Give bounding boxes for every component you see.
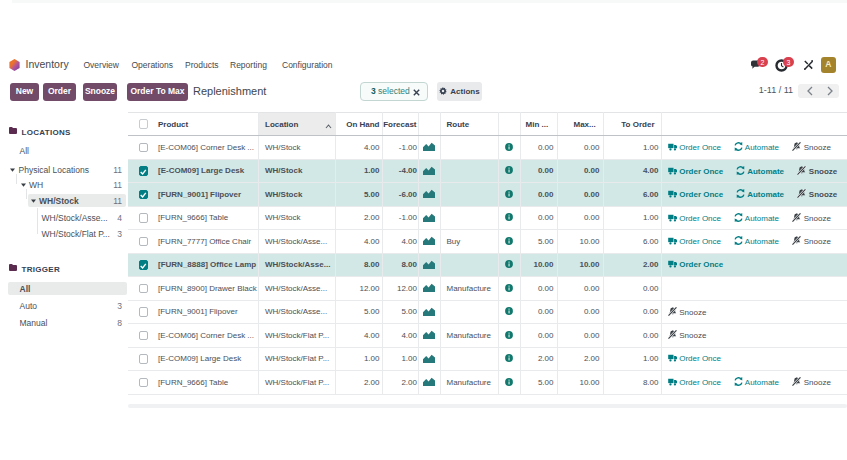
svg-text:2: 2 <box>761 58 765 65</box>
svg-text:3: 3 <box>787 58 791 65</box>
